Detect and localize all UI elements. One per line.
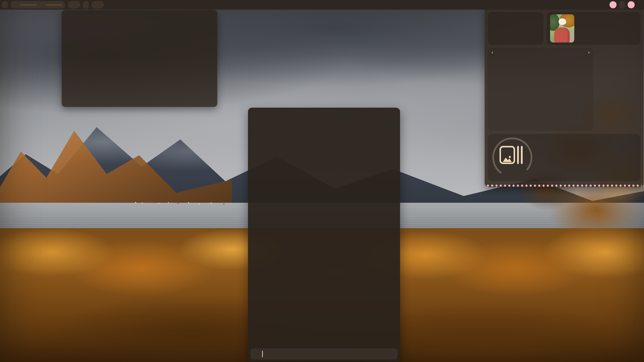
weather-card [488, 12, 544, 45]
app-launcher [248, 108, 400, 361]
text-caret [262, 351, 263, 357]
panel-dotted-border [487, 184, 641, 187]
resource-monitor-card [596, 48, 640, 131]
search-icon [254, 352, 259, 356]
microphone-icon[interactable] [39, 3, 43, 7]
system-tray [619, 1, 625, 9]
media-status-pill[interactable] [68, 1, 80, 9]
avatar [550, 14, 574, 43]
desktop-screen: ‹ › [0, 0, 644, 362]
system-monitor-pill[interactable] [83, 1, 89, 9]
system-info-card [547, 12, 640, 45]
top-bar [0, 0, 644, 10]
calendar-next-button[interactable]: › [585, 49, 592, 55]
clock-pill[interactable] [628, 1, 635, 8]
launcher-search-bar[interactable] [251, 348, 398, 359]
media-player-card [488, 134, 640, 181]
control-panel: ‹ › [485, 10, 643, 187]
package-updates-pill[interactable] [91, 1, 104, 9]
top-bar-left [2, 0, 104, 10]
calendar-prev-button[interactable]: ‹ [489, 49, 496, 55]
audio-pill [11, 1, 65, 9]
top-bar-right [610, 0, 642, 10]
sun-icon [494, 20, 510, 35]
workspaces-pill [2, 1, 8, 9]
package-box-icon [94, 3, 99, 7]
idle-inhibitor-button[interactable] [610, 1, 617, 8]
volume-slider[interactable] [20, 4, 37, 6]
album-art-placeholder-icon [499, 146, 523, 164]
calendar-header: ‹ › [488, 50, 593, 56]
calendar-card: ‹ › [488, 48, 593, 131]
mic-slider[interactable] [46, 4, 62, 6]
media-slash-icon [71, 3, 75, 7]
launcher-search-input[interactable] [262, 352, 394, 356]
package-updates-panel [62, 10, 217, 107]
speaker-icon[interactable] [14, 3, 18, 7]
notification-bell-icon[interactable] [637, 3, 642, 7]
